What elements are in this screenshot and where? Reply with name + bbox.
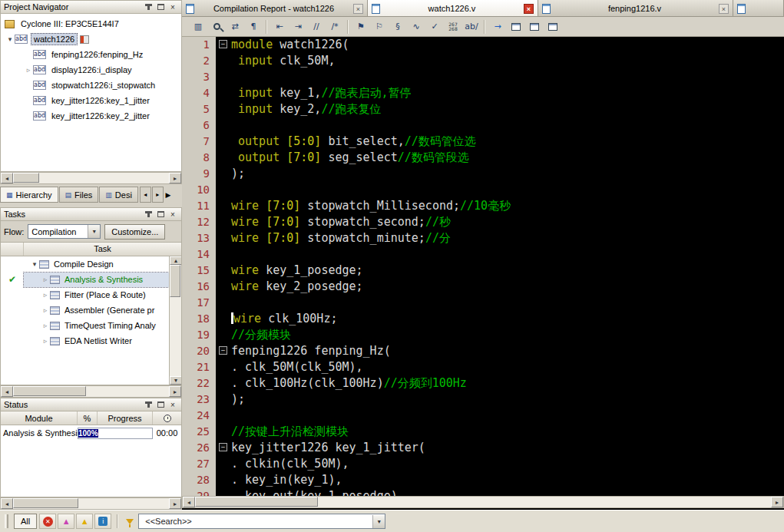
code-line[interactable]: 26−key_jitter1226 key_1_jitter(: [182, 440, 784, 456]
code-line[interactable]: 20−fenping1226 fenping_Hz(: [182, 343, 784, 359]
find-replace-icon[interactable]: ⇄: [227, 19, 243, 35]
tree-item[interactable]: abdkey_jitter1226:key_2_jitter: [1, 108, 181, 124]
undock-icon[interactable]: [155, 400, 166, 410]
increase-indent-icon[interactable]: ⇥: [289, 19, 306, 35]
tabstrip-scroll-right-icon[interactable]: ▸: [152, 187, 164, 203]
status-titlebar[interactable]: Status ×: [0, 398, 182, 411]
critical-warning-filter-icon[interactable]: ▲: [58, 514, 74, 529]
code-line[interactable]: 22. clk_100Hz(clk_100Hz)//分频到100Hz: [182, 375, 784, 392]
code-line[interactable]: 21. clk_50M(clk_50M),: [182, 359, 784, 375]
code-line[interactable]: 28. key_in(key_1),: [182, 472, 784, 488]
check-syntax-icon[interactable]: ✓: [426, 19, 443, 35]
code-line[interactable]: 19//分频模块: [182, 327, 784, 343]
scrollbar-track[interactable]: [13, 386, 169, 397]
scrollbar-thumb[interactable]: [195, 497, 318, 507]
warning-filter-icon[interactable]: ▲: [76, 514, 93, 529]
find-icon[interactable]: [208, 19, 225, 35]
scroll-right-icon[interactable]: ▸: [771, 497, 783, 507]
task-row[interactable]: ✔▹Analysis & Synthesis: [1, 272, 181, 287]
task-row[interactable]: ▾Compile Design: [1, 256, 181, 272]
code-line[interactable]: 3: [182, 69, 784, 85]
expander-icon[interactable]: ▾: [30, 260, 39, 268]
info-filter-icon[interactable]: i: [94, 514, 111, 529]
toolbar-grip[interactable]: [5, 514, 8, 528]
flow-select[interactable]: Compilation ▾: [28, 224, 101, 239]
split-vertical-icon[interactable]: [544, 19, 561, 35]
code-line[interactable]: 18wire clk_100Hz;: [182, 311, 784, 327]
code-line[interactable]: 15wire key_1_posedge;: [182, 263, 784, 279]
tree-item[interactable]: abdkey_jitter1226:key_1_jitter: [1, 93, 181, 108]
scrollbar-thumb[interactable]: [13, 498, 78, 508]
project-navigator-titlebar[interactable]: Project Navigator ×: [0, 0, 182, 14]
next-location-icon[interactable]: →: [489, 19, 506, 35]
expander-icon[interactable]: ▾: [5, 35, 15, 43]
error-filter-icon[interactable]: ✕: [39, 514, 56, 529]
task-row[interactable]: ▹TimeQuest Timing Analy: [1, 318, 181, 333]
clear-bookmarks-icon[interactable]: ⚐: [371, 19, 388, 35]
comment-icon[interactable]: //: [308, 19, 325, 35]
code-line[interactable]: 27. clkin(clk_50M),: [182, 456, 784, 472]
scrollbar-thumb[interactable]: [13, 173, 39, 183]
navigator-tab-files[interactable]: ▤Files: [59, 187, 99, 203]
tasks-titlebar[interactable]: Tasks ×: [0, 207, 182, 221]
fold-collapse-icon[interactable]: −: [219, 443, 227, 451]
pin-icon[interactable]: [143, 210, 154, 220]
scroll-right-icon[interactable]: ▸: [169, 498, 181, 509]
navigator-tab-desi[interactable]: ▥Desi: [99, 187, 138, 203]
editor-tab[interactable]: watch1226.v×: [368, 0, 538, 17]
message-search-combobox[interactable]: <<Search>> ▾: [138, 514, 385, 529]
code-line[interactable]: 6: [182, 117, 784, 134]
panel-collapse-icon[interactable]: ▶: [164, 187, 173, 203]
code-line[interactable]: 10: [182, 182, 784, 198]
editor-tab[interactable]: Compilation Report - watch1226×: [182, 0, 368, 17]
status-hscrollbar[interactable]: ◂ ▸: [0, 497, 182, 510]
code-line[interactable]: 23);: [182, 392, 784, 408]
tree-item[interactable]: abdfenping1226:fenping_Hz: [1, 47, 181, 62]
tasks-hscrollbar[interactable]: ◂ ▸: [0, 385, 182, 398]
code-line[interactable]: 25//按键上升沿检测模块: [182, 424, 784, 440]
code-editor[interactable]: 1−module watch1226(2 input clk_50M,34 in…: [182, 37, 784, 496]
code-line[interactable]: 8 output [7:0] seg_select//数码管段选: [182, 150, 784, 166]
status-row[interactable]: Analysis & Synthesis 100% 00:00: [0, 425, 182, 441]
line-numbers-icon[interactable]: 267268: [445, 19, 461, 35]
device-row[interactable]: Cyclone III: EP3C5E144I7: [1, 16, 181, 31]
code-line[interactable]: 14: [182, 246, 784, 263]
editor-tab[interactable]: [733, 0, 784, 17]
split-horizontal-icon[interactable]: [526, 19, 543, 35]
expander-icon[interactable]: ▹: [41, 306, 50, 314]
tab-close-icon[interactable]: ×: [353, 4, 363, 14]
filter-all-button[interactable]: All: [14, 514, 37, 529]
toggle-bookmark-icon[interactable]: ⚑: [352, 19, 369, 35]
attach-file-icon[interactable]: §: [389, 19, 406, 35]
expander-icon[interactable]: ▹: [41, 291, 50, 299]
code-line[interactable]: 24: [182, 408, 784, 424]
undock-icon[interactable]: [155, 210, 166, 220]
task-row[interactable]: ▹Assembler (Generate pr: [1, 302, 181, 318]
expander-icon[interactable]: ▹: [41, 337, 50, 345]
code-line[interactable]: 2 input clk_50M,: [182, 53, 784, 69]
goto-line-icon[interactable]: ¶: [245, 19, 262, 35]
scroll-right-icon[interactable]: ▸: [169, 386, 181, 397]
scroll-left-icon[interactable]: ◂: [1, 173, 13, 183]
undock-icon[interactable]: [155, 2, 166, 12]
editor-hscrollbar[interactable]: ◂ ▸: [182, 496, 784, 508]
navigator-tab-hierarchy[interactable]: ▦Hierarchy: [0, 187, 58, 203]
scrollbar-track[interactable]: [13, 173, 169, 183]
scroll-left-icon[interactable]: ◂: [183, 497, 195, 507]
tree-item[interactable]: abdstopwatch1226:i_stopwatch: [1, 78, 181, 93]
word-wrap-icon[interactable]: ab/: [463, 19, 480, 35]
close-icon[interactable]: ×: [167, 400, 178, 410]
fold-collapse-icon[interactable]: −: [219, 346, 227, 355]
fold-collapse-icon[interactable]: −: [219, 40, 227, 48]
scrollbar-track[interactable]: [13, 498, 169, 509]
scroll-left-icon[interactable]: ◂: [1, 386, 13, 397]
code-line[interactable]: 17: [182, 295, 784, 311]
customize-button[interactable]: Customize...: [104, 224, 165, 240]
tabstrip-scroll-left-icon[interactable]: ◂: [140, 187, 151, 203]
close-icon[interactable]: ×: [167, 210, 178, 220]
code-line[interactable]: 16wire key_2_posedge;: [182, 279, 784, 295]
editor-tab[interactable]: fenping1216.v×: [538, 0, 733, 17]
scroll-left-icon[interactable]: ◂: [1, 498, 13, 509]
code-line[interactable]: 9);: [182, 166, 784, 182]
tab-close-icon[interactable]: ×: [719, 4, 729, 14]
